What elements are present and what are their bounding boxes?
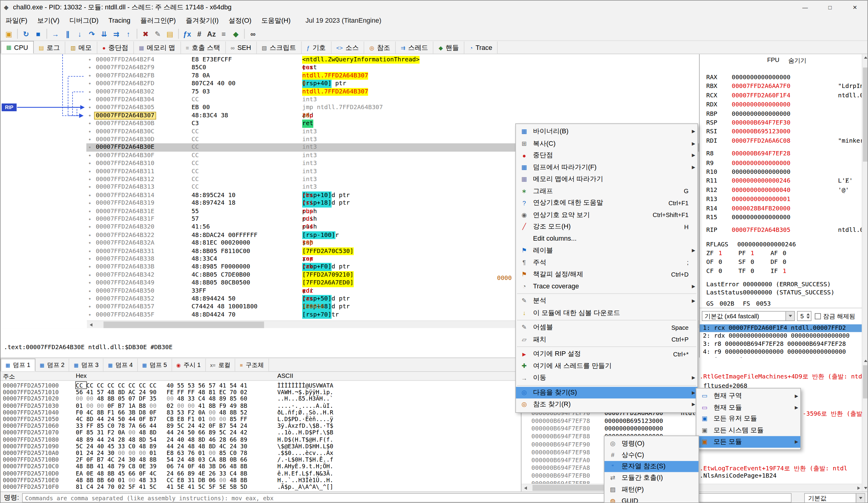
disasm-row[interactable]: ●00007FFD2A64B2FD807C24 40 00cmp byte pt… (1, 80, 699, 88)
tab-breakpoints[interactable]: ●중단점 (97, 41, 134, 53)
breakpoint-dot[interactable]: ● (89, 263, 91, 271)
disasm-row[interactable]: ●00007FFD2A64B304CCint3 (1, 96, 699, 104)
dump-row[interactable]: 00007FFD2A571000CCCCCCCCCCCCCCCC40555356… (1, 382, 521, 388)
tab-threads[interactable]: ⇉스레드 (396, 41, 434, 53)
restart-icon[interactable]: ↻ (20, 28, 32, 39)
breakpoint-dot[interactable]: ● (89, 191, 91, 199)
tab-dump-4[interactable]: ▦덤프 4 (104, 358, 138, 371)
breakpoint-dot[interactable]: ● (89, 184, 91, 191)
shield-icon[interactable]: ◆ (230, 28, 242, 39)
context-menu-item-set-rip[interactable]: ►여기에 RIP 설정Ctrl+* (516, 348, 698, 360)
context-menu-item-edit-columns[interactable]: Edit columns... (516, 233, 698, 244)
case-icon[interactable]: Az (205, 28, 217, 39)
register-row-r15[interactable]: R150000000000000000 (700, 213, 862, 221)
register-row-rip[interactable]: RIP00007FFD2A64B305ntdll.00007F (700, 226, 862, 234)
context-menu-item-comment[interactable]: ¶주석; (516, 256, 698, 269)
dump-pane[interactable]: 주소 Hex ASCII 00007FFD2A571000CCCCCCCCCCC… (1, 372, 521, 491)
breakpoint-dot[interactable]: ● (89, 167, 91, 175)
tab-notes[interactable]: ▥메모 (65, 41, 97, 53)
registers-pane[interactable]: FPU 숨기기 RAX0000000000000000RBX00007FFD2A… (699, 54, 868, 367)
register-row-r13[interactable]: R130000000000000001 (700, 195, 862, 203)
context-menu-item-mnemonic-help[interactable]: ?연상기호에 대한 도움말Ctrl+F1 (516, 197, 698, 209)
argument-row[interactable]: 3: r8 000000B694F7EF28 000000B694F7EF28 (700, 340, 862, 348)
tab-call-stack[interactable]: ≡호출 스택 (181, 41, 226, 53)
menu-file[interactable]: 파일(F) (1, 14, 32, 27)
registers-vertical-scrollbar[interactable] (862, 54, 868, 367)
register-row-rdx[interactable]: RDX0000000000000000 (700, 100, 862, 108)
dump-row[interactable]: 00007FFD2A5710F081C42470025F415C415E415C… (1, 483, 521, 490)
disasm-row[interactable]: ●00007FFD2A64B2FB78 0Ajs ntdll.7FFD2A64B… (1, 72, 699, 80)
breakpoint-dot[interactable]: ● (89, 175, 91, 183)
dump-row[interactable]: 00007FFD2A571010564157488DAC2490FEFFFF48… (1, 389, 521, 395)
register-row-r8[interactable]: R8000000B694F7EF28 (700, 150, 862, 158)
scroll-left-icon[interactable] (521, 484, 529, 492)
scope-menu-item-all-system-modules[interactable]: ▣모든 시스템 모듈 (696, 425, 800, 436)
dropdown-arrow-icon[interactable] (785, 312, 794, 321)
last-status-row[interactable]: LastError00000000 (ERROR_SUCCESS) (700, 280, 862, 288)
tab-trace[interactable]: ◔Trace (464, 41, 498, 53)
find-menu-item-string-references[interactable]: “문자열 참조(S) (604, 461, 699, 472)
breakpoint-dot[interactable]: ● (89, 247, 91, 255)
register-row-r12[interactable]: R120000000000000040'@' (700, 186, 862, 194)
maximize-button[interactable]: □ (817, 1, 842, 14)
register-row-rax[interactable]: RAX0000000000000000 (700, 73, 862, 81)
calling-convention-select[interactable]: 기본값 (x64 fastcall) (702, 311, 795, 321)
tab-memory-map[interactable]: ▦메모리 맵 (134, 41, 181, 53)
argument-count-spinner[interactable]: 5 (797, 311, 812, 321)
minimize-button[interactable]: — (793, 1, 817, 14)
breakpoint-dot[interactable]: ● (89, 112, 91, 119)
scope-menu-item-current-module[interactable]: ▭현재 모듈▶ (696, 402, 800, 413)
dump-row[interactable]: 00007FFD2A57106033FF85C0787A6644895C2442… (1, 422, 521, 429)
register-row-r9[interactable]: R90000000000000000 (700, 159, 862, 167)
breakpoint-dot[interactable]: ● (89, 295, 91, 303)
scope-menu-item-all-modules[interactable]: ▣모든 모듈▶ (696, 436, 800, 448)
stop-icon[interactable]: ■ (32, 28, 44, 39)
tab-references[interactable]: ◎참조 (364, 41, 396, 53)
tab-dump-1[interactable]: ▦덤프 1 (1, 358, 35, 371)
tab-locals[interactable]: x=로컬 (206, 358, 235, 371)
context-menu-item-follow-dump[interactable]: ▦덤프에서 따라가기(F)▶ (516, 161, 698, 173)
breakpoint-dot[interactable]: ● (89, 151, 91, 159)
context-menu-item-graph[interactable]: ∗그래프G (516, 185, 698, 197)
context-menu-item-binary[interactable]: ▦바이너리(B)▶ (516, 126, 698, 137)
argument-row[interactable]: 1: rcx 00007FFD2A60F1F4 ntdll.00007FFD2 (700, 324, 862, 332)
breakpoint-dot[interactable]: ● (89, 120, 91, 128)
context-menu-item-bookmark[interactable]: ⚑책갈피 설정/해제Ctrl+D (516, 269, 698, 280)
step-over-icon[interactable]: ↷ (86, 28, 98, 39)
menu-tracing[interactable]: Tracing (103, 14, 135, 27)
register-row-r11[interactable]: R110000000000000246L'Ɇ' (700, 177, 862, 185)
register-row-rbx[interactable]: RBX00007FFD2A6AA7F0"LdrpInitia (700, 82, 862, 91)
breakpoint-dot[interactable]: ● (89, 215, 91, 223)
dump-row[interactable]: 00007FFD2A5710A00124243000000001E8637601… (1, 450, 521, 456)
context-menu-item-breakpoint[interactable]: ●중단점▶ (516, 149, 698, 161)
register-row-rcx[interactable]: RCX00007FFD2A60F1F4ntdll.00007F (700, 91, 862, 99)
trace-into-icon[interactable]: ⇊ (98, 28, 110, 39)
breakpoint-dot[interactable]: ● (89, 80, 91, 88)
breakpoint-dot[interactable]: ● (89, 311, 91, 319)
find-menu-item-constant[interactable]: #상수(C) (604, 449, 699, 461)
breakpoint-dot[interactable]: ● (89, 303, 91, 311)
stack-row[interactable]: 000000B694F7EF800000000000000000 (521, 425, 868, 433)
find-menu-item-intermodular-calls[interactable]: ⇄모듈간 호출(I) (604, 472, 699, 484)
scroll-down-icon[interactable] (862, 485, 868, 492)
context-menu-item-search-for[interactable]: ◎다음을 찾기(S)▶ (516, 387, 698, 398)
scrollbar-thumb[interactable] (863, 365, 868, 398)
breakpoint-dot[interactable]: ● (89, 160, 91, 167)
tab-source[interactable]: <>소스 (331, 41, 364, 53)
disasm-row[interactable]: ●00007FFD2A64B30748:83C4 38add rsp,38 (1, 112, 699, 119)
breakpoint-dot[interactable]: ● (89, 56, 91, 64)
breakpoint-dot[interactable]: ● (89, 96, 91, 104)
disasm-row[interactable]: ●00007FFD2A64B305EB 00jmp ntdll.7FFD2A64… (1, 104, 699, 112)
segment-row[interactable]: GS002BFS0053 (700, 299, 862, 307)
menu-help[interactable]: 도움말(H) (256, 14, 296, 27)
dump-row[interactable]: 00007FFD2A5710200000488B0507DF35004833C4… (1, 395, 521, 402)
menu-debug[interactable]: 디버그(D) (64, 14, 103, 27)
context-menu-item-patch[interactable]: ▱패치Ctrl+P (516, 333, 698, 345)
checkbox-icon[interactable] (815, 313, 821, 319)
find-menu-item-command[interactable]: ◎명령(O) (604, 438, 699, 449)
breakpoint-dot[interactable]: ● (89, 255, 91, 263)
scroll-up-icon[interactable] (862, 54, 868, 61)
tab-log[interactable]: ▤로그 (33, 41, 65, 53)
menu-view[interactable]: 보기(V) (32, 14, 64, 27)
tab-symbols[interactable]: ƒ기호 (302, 41, 331, 53)
